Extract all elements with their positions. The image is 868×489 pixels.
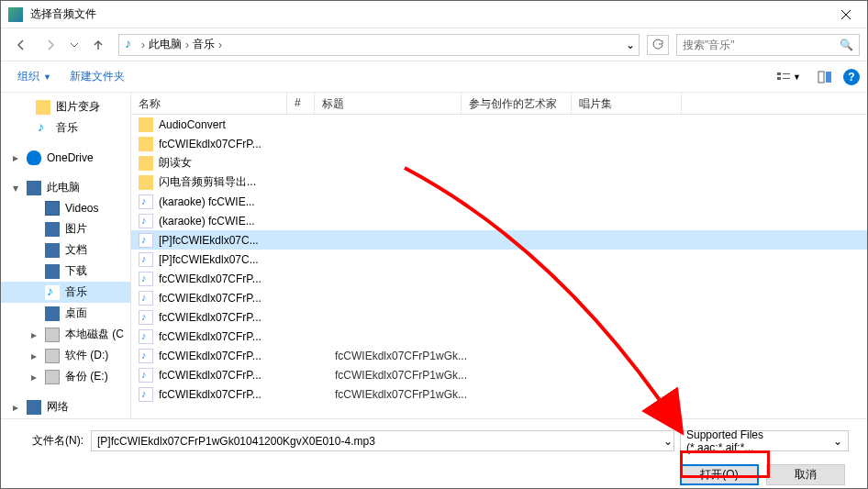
- disk-icon: [45, 349, 60, 363]
- nav-tree: 图片变身音乐▸OneDrive▾此电脑Videos图片文档下载音乐桌面▸本地磁盘…: [1, 93, 131, 418]
- file-row[interactable]: AudioConvert: [131, 115, 867, 134]
- file-row[interactable]: fcCWIEkdlx07CFrP...: [131, 269, 867, 288]
- search-icon[interactable]: 🔍: [840, 39, 853, 51]
- tree-item[interactable]: 桌面: [1, 303, 130, 324]
- file-name: fcCWIEkdlx07CFrP...: [159, 350, 296, 362]
- file-name: 闪电音频剪辑导出...: [159, 174, 296, 190]
- search-box[interactable]: 🔍: [676, 34, 860, 56]
- app-icon: [8, 7, 23, 22]
- desk-icon: [45, 306, 60, 321]
- file-row[interactable]: fcCWIEkdlx07CFrP...: [131, 307, 867, 327]
- organize-menu[interactable]: 组织 ▼: [8, 65, 61, 88]
- tree-label: 软件 (D:): [65, 348, 108, 363]
- preview-toggle[interactable]: [812, 69, 838, 85]
- new-folder-button[interactable]: 新建文件夹: [61, 65, 134, 88]
- close-button[interactable]: [825, 1, 867, 28]
- tree-item[interactable]: ▸备份 (E:): [1, 366, 130, 387]
- tree-item[interactable]: 图片变身: [1, 96, 130, 117]
- col-title[interactable]: 标题: [315, 93, 462, 114]
- file-row[interactable]: fcCWIEkdlx07CFrP...: [131, 134, 867, 153]
- nav-bar: › 此电脑 › 音乐 › ⌄ 🔍: [1, 28, 867, 61]
- search-input[interactable]: [683, 39, 840, 51]
- title-bar: 选择音频文件: [1, 1, 867, 28]
- tree-item[interactable]: 音乐: [1, 117, 130, 139]
- window-title: 选择音频文件: [30, 6, 825, 22]
- toolbar: 组织 ▼ 新建文件夹 ▼ ?: [1, 61, 867, 93]
- tree-item[interactable]: 下载: [1, 261, 130, 282]
- filename-input[interactable]: [91, 430, 674, 451]
- file-row[interactable]: 闪电音频剪辑导出...: [131, 172, 867, 192]
- col-index[interactable]: #: [287, 93, 315, 114]
- tree-item[interactable]: Videos: [1, 198, 130, 218]
- dl-icon: [45, 264, 60, 279]
- audio-icon: [139, 387, 153, 402]
- file-name: [P]fcCWIEkdlx07C...: [159, 234, 296, 247]
- tree-item[interactable]: 音乐: [1, 282, 130, 303]
- tree-item[interactable]: ▸OneDrive: [1, 148, 130, 168]
- tree-label: OneDrive: [47, 151, 94, 164]
- help-button[interactable]: ?: [843, 69, 860, 85]
- tree-label: 本地磁盘 (C: [65, 327, 124, 342]
- dialog-footer: 文件名(N): ⌄ Supported Files (*.aac;*.aif;*…: [1, 418, 867, 488]
- svg-rect-4: [818, 72, 824, 83]
- file-row[interactable]: fcCWIEkdlx07CFrP...: [131, 288, 867, 307]
- tree-item[interactable]: ▸本地磁盘 (C: [1, 324, 130, 345]
- tree-label: Videos: [65, 202, 98, 215]
- col-artist[interactable]: 参与创作的艺术家: [462, 93, 572, 114]
- forward-button[interactable]: [38, 34, 63, 56]
- music-icon: [123, 38, 138, 52]
- tree-label: 图片: [65, 221, 87, 237]
- file-name: 朗读女: [159, 155, 296, 171]
- pic-icon: [45, 222, 60, 237]
- file-type-filter[interactable]: Supported Files (*.aac;*.aif;*...⌄: [680, 430, 849, 451]
- pc-icon: [27, 181, 41, 195]
- file-row[interactable]: [P]fcCWIEkdlx07C...: [131, 230, 867, 250]
- svg-rect-1: [777, 77, 781, 80]
- open-button[interactable]: 打开(O): [680, 464, 759, 485]
- crumb-root[interactable]: 此电脑: [149, 37, 182, 52]
- file-name: fcCWIEkdlx07CFrP...: [159, 388, 296, 401]
- svg-rect-2: [783, 73, 790, 74]
- audio-icon: [139, 233, 153, 248]
- tree-item[interactable]: ▸网络: [1, 396, 130, 417]
- tree-label: 下载: [65, 263, 87, 279]
- back-button[interactable]: [8, 34, 34, 56]
- audio-icon: [139, 194, 153, 209]
- audio-icon: [139, 214, 153, 228]
- tree-item[interactable]: ▸软件 (D:): [1, 345, 130, 366]
- file-row[interactable]: (karaoke) fcCWIE...: [131, 192, 867, 211]
- tree-item[interactable]: 文档: [1, 239, 130, 261]
- crumb-folder[interactable]: 音乐: [193, 37, 215, 52]
- col-name[interactable]: 名称: [131, 93, 287, 114]
- file-row[interactable]: 朗读女: [131, 153, 867, 172]
- doc-icon: [45, 243, 60, 258]
- breadcrumb[interactable]: › 此电脑 › 音乐 › ⌄: [118, 34, 640, 56]
- file-name: (karaoke) fcCWIE...: [159, 215, 296, 228]
- view-options[interactable]: ▼: [771, 69, 807, 85]
- tree-item[interactable]: ▾此电脑: [1, 177, 130, 198]
- folder-icon: [139, 175, 153, 190]
- file-row[interactable]: fcCWIEkdlx07CFrP...fcCWIEkdlx07CFrP1wGk.…: [131, 384, 867, 404]
- cancel-button[interactable]: 取消: [766, 464, 845, 485]
- folder-icon: [36, 100, 50, 115]
- tree-label: 网络: [47, 399, 69, 415]
- tree-label: 音乐: [65, 284, 87, 300]
- file-row[interactable]: [P]fcCWIEkdlx07C...: [131, 250, 867, 269]
- file-row[interactable]: (karaoke) fcCWIE...: [131, 211, 867, 230]
- recent-dropdown[interactable]: [67, 34, 82, 56]
- file-row[interactable]: fcCWIEkdlx07CFrP...fcCWIEkdlx07CFrP1wGk.…: [131, 346, 867, 365]
- audio-icon: [139, 310, 153, 325]
- file-row[interactable]: fcCWIEkdlx07CFrP...fcCWIEkdlx07CFrP1wGk.…: [131, 365, 867, 384]
- file-title: fcCWIEkdlx07CFrP1wGk...: [335, 350, 629, 362]
- file-row[interactable]: fcCWIEkdlx07CFrP...: [131, 327, 867, 346]
- column-headers: 名称 # 标题 参与创作的艺术家 唱片集: [131, 93, 867, 115]
- refresh-button[interactable]: [647, 35, 669, 55]
- col-album[interactable]: 唱片集: [572, 93, 682, 114]
- tree-item[interactable]: 图片: [1, 218, 130, 239]
- svg-rect-5: [826, 72, 831, 83]
- filename-label: 文件名(N):: [19, 433, 83, 449]
- file-name: AudioConvert: [159, 118, 296, 131]
- tree-label: 桌面: [65, 306, 87, 321]
- up-button[interactable]: [85, 34, 111, 56]
- chevron-down-icon[interactable]: ⌄: [626, 39, 635, 51]
